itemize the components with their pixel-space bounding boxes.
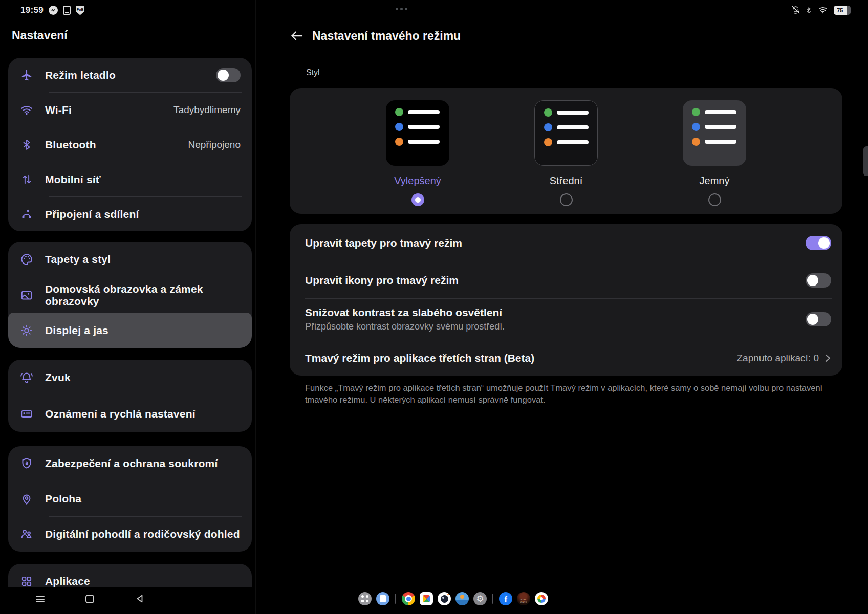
item-label: Zabezpečení a ochrana soukromí bbox=[45, 457, 218, 470]
item-label: Poloha bbox=[45, 493, 81, 505]
sidebar-item-apps[interactable]: Aplikace bbox=[8, 564, 252, 587]
wifi-icon bbox=[8, 103, 45, 117]
row-label: Upravit ikony pro tmavý režim bbox=[305, 274, 459, 287]
sidebar-item-security[interactable]: Zabezpečení a ochrana soukromí bbox=[8, 446, 252, 481]
home-button[interactable] bbox=[85, 595, 94, 603]
style-option-gentle[interactable]: Jemný bbox=[683, 100, 746, 214]
sidebar-item-digital-wellbeing[interactable]: Digitální pohodlí a rodičovský dohled bbox=[8, 517, 252, 552]
chevron-right-icon bbox=[824, 354, 831, 363]
connection-sharing-icon bbox=[8, 208, 45, 221]
star-wars-app-icon[interactable]: STARWARS bbox=[517, 592, 530, 605]
sidebar-item-airplane-mode[interactable]: Režim letadlo bbox=[8, 58, 252, 92]
home-screen-icon bbox=[8, 289, 45, 302]
panel-title: Nastavení tmavého režimu bbox=[312, 29, 461, 43]
sidebar-title: Nastavení bbox=[12, 29, 68, 42]
style-selector-card: Vylepšený Střední Jemný bbox=[290, 88, 842, 214]
camera-app-icon[interactable] bbox=[438, 592, 451, 605]
app-drawer-icon[interactable] bbox=[358, 592, 372, 605]
item-label: Oznámení a rychlá nastavení bbox=[45, 408, 196, 420]
style-option-label: Vylepšený bbox=[394, 175, 441, 187]
row-third-party-apps[interactable]: Tmavý režim pro aplikace třetích stran (… bbox=[290, 340, 842, 376]
sidebar-item-wallpapers[interactable]: Tapety a styl bbox=[8, 242, 252, 277]
sidebar-item-mobile-network[interactable]: Mobilní síť bbox=[8, 162, 252, 196]
sidebar-item-sound[interactable]: Zvuk bbox=[8, 360, 252, 396]
location-pin-icon bbox=[8, 492, 45, 506]
style-option-enhanced[interactable]: Vylepšený bbox=[386, 100, 449, 214]
style-preview-medium[interactable] bbox=[534, 100, 598, 166]
dock-separator bbox=[395, 594, 396, 604]
sidebar-group-network: Režim letadlo Wi-Fi Tadybydlimemy Blueto… bbox=[8, 58, 252, 231]
sidebar-group-sound: Zvuk Oznámení a rychlá nastavení bbox=[8, 360, 252, 432]
style-option-label: Střední bbox=[550, 175, 582, 187]
item-label: Režim letadlo bbox=[45, 69, 116, 81]
item-label: Bluetooth bbox=[45, 139, 96, 151]
back-button[interactable] bbox=[289, 29, 304, 43]
dark-mode-options-card: Upravit tapety pro tmavý režim Upravit i… bbox=[290, 224, 842, 376]
dock-separator bbox=[492, 594, 493, 604]
row-sublabel: Přizpůsobte kontrast obrazovky svému pro… bbox=[305, 321, 505, 332]
notifications-icon bbox=[8, 407, 45, 421]
sidebar-item-wifi[interactable]: Wi-Fi Tadybydlimemy bbox=[8, 93, 252, 127]
airplane-mode-toggle[interactable] bbox=[216, 68, 241, 82]
display-icon bbox=[8, 324, 45, 337]
style-radio-enhanced[interactable] bbox=[411, 193, 424, 206]
item-label: Displej a jas bbox=[45, 324, 108, 337]
row-reduce-contrast[interactable]: Snižovat kontrast za slabého osvětlení P… bbox=[290, 299, 842, 340]
style-section-label: Styl bbox=[306, 68, 320, 77]
recents-menu-button[interactable] bbox=[36, 596, 45, 602]
icons-toggle[interactable] bbox=[806, 273, 831, 288]
edge-handle[interactable] bbox=[863, 146, 868, 176]
item-label: Domovská obrazovka a zámek obrazovky bbox=[45, 283, 252, 308]
row-label: Snižovat kontrast za slabého osvětlení bbox=[305, 306, 505, 319]
item-label: Aplikace bbox=[45, 575, 90, 587]
style-preview-enhanced[interactable] bbox=[386, 100, 449, 166]
settings-sidebar: Nastavení Režim letadlo Wi-Fi Tadybydlim… bbox=[0, 0, 256, 614]
row-label: Tmavý režim pro aplikace třetích stran (… bbox=[305, 352, 534, 364]
settings-app-icon[interactable]: ⚙ bbox=[473, 592, 487, 605]
sidebar-group-personalization: Tapety a styl Domovská obrazovka a zámek… bbox=[8, 242, 252, 348]
sound-icon bbox=[8, 371, 45, 384]
bluetooth-icon bbox=[8, 139, 45, 151]
sidebar-group-security: Zabezpečení a ochrana soukromí Poloha Di… bbox=[8, 446, 252, 552]
item-label: Zvuk bbox=[45, 371, 71, 384]
apps-grid-icon bbox=[8, 575, 45, 588]
google-photos-app-icon[interactable] bbox=[535, 592, 548, 605]
sidebar-item-location[interactable]: Poloha bbox=[8, 481, 252, 516]
mobile-network-icon bbox=[8, 173, 45, 186]
item-label: Digitální pohodlí a rodičovský dohled bbox=[45, 528, 240, 540]
apps-enabled-count: Zapnuto aplikací: 0 bbox=[736, 353, 819, 364]
photos-app-icon[interactable] bbox=[455, 592, 469, 605]
style-radio-medium[interactable] bbox=[560, 193, 573, 206]
sidebar-item-home-screen[interactable]: Domovská obrazovka a zámek obrazovky bbox=[8, 277, 252, 313]
item-label: Wi-Fi bbox=[45, 104, 72, 116]
style-preview-gentle[interactable] bbox=[683, 100, 746, 166]
wellbeing-people-icon bbox=[8, 528, 45, 541]
item-value: Nepřipojeno bbox=[188, 139, 252, 150]
airplane-icon bbox=[8, 69, 45, 82]
style-radio-gentle[interactable] bbox=[708, 193, 721, 206]
wallpaper-icon bbox=[8, 253, 45, 266]
wallpapers-toggle[interactable] bbox=[806, 236, 831, 250]
back-nav-button[interactable] bbox=[136, 594, 145, 603]
facebook-app-icon[interactable]: f bbox=[499, 592, 512, 605]
row-adjust-wallpapers[interactable]: Upravit tapety pro tmavý režim bbox=[290, 224, 842, 262]
security-shield-icon bbox=[8, 457, 45, 470]
style-option-label: Jemný bbox=[700, 175, 730, 187]
sidebar-item-display-brightness[interactable]: Displej a jas bbox=[8, 313, 252, 348]
files-app-icon[interactable] bbox=[376, 592, 389, 605]
sidebar-item-notifications[interactable]: Oznámení a rychlá nastavení bbox=[8, 396, 252, 432]
item-label: Připojení a sdílení bbox=[45, 208, 139, 221]
gallery-app-icon[interactable] bbox=[420, 592, 433, 605]
row-adjust-icons[interactable]: Upravit ikony pro tmavý režim bbox=[290, 262, 842, 298]
sidebar-group-apps: Aplikace bbox=[8, 564, 252, 587]
style-option-medium[interactable]: Střední bbox=[534, 100, 598, 214]
chrome-app-icon[interactable] bbox=[402, 592, 415, 605]
app-dock: ⚙ f STARWARS bbox=[358, 592, 548, 605]
sidebar-item-connection-sharing[interactable]: Připojení a sdílení bbox=[8, 197, 252, 231]
sidebar-item-bluetooth[interactable]: Bluetooth Nepřipojeno bbox=[8, 127, 252, 162]
contrast-toggle[interactable] bbox=[806, 312, 831, 326]
footer-description: Funkce „Tmavý režim pro aplikace třetích… bbox=[305, 382, 836, 406]
item-label: Mobilní síť bbox=[45, 173, 101, 186]
item-label: Tapety a styl bbox=[45, 253, 111, 266]
dark-mode-panel: Nastavení tmavého režimu Styl Vylepšený … bbox=[256, 0, 868, 614]
